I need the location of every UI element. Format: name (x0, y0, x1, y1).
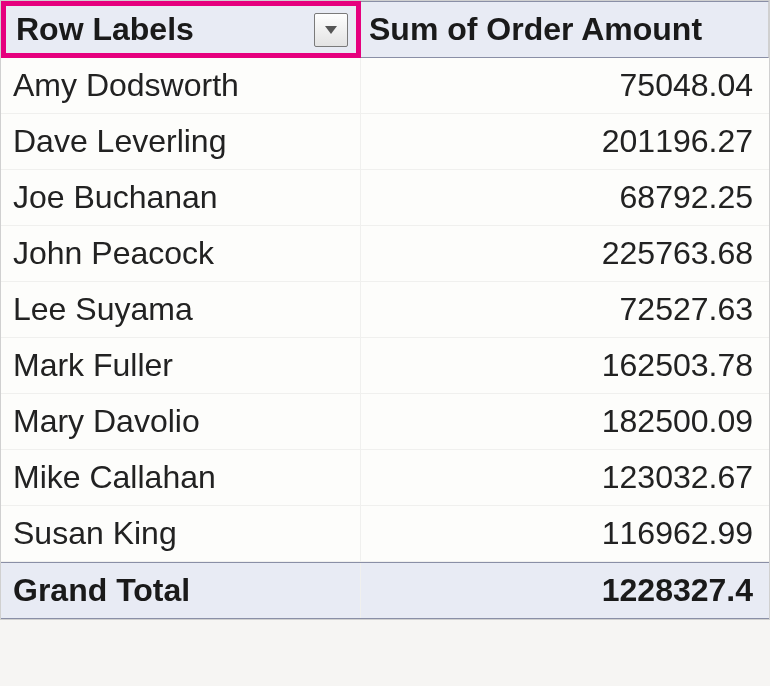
header-row: Row Labels Sum of Order Amount (1, 1, 769, 58)
table-row[interactable]: Mike Callahan 123032.67 (1, 450, 769, 506)
row-value-cell: 75048.04 (361, 58, 769, 113)
sum-col-header-cell[interactable]: Sum of Order Amount (361, 1, 769, 58)
row-name-cell: Amy Dodsworth (1, 58, 361, 113)
table-row[interactable]: Susan King 116962.99 (1, 506, 769, 562)
row-name-cell: Mary Davolio (1, 394, 361, 449)
row-name-cell: Dave Leverling (1, 114, 361, 169)
row-labels-header-cell[interactable]: Row Labels (1, 1, 361, 58)
table-row[interactable]: Joe Buchanan 68792.25 (1, 170, 769, 226)
table-row[interactable]: Mark Fuller 162503.78 (1, 338, 769, 394)
row-value-cell: 162503.78 (361, 338, 769, 393)
sum-col-header-text: Sum of Order Amount (369, 11, 702, 47)
row-name-cell: Mark Fuller (1, 338, 361, 393)
table-row[interactable]: Mary Davolio 182500.09 (1, 394, 769, 450)
row-name-cell: Susan King (1, 506, 361, 561)
row-value-cell: 72527.63 (361, 282, 769, 337)
row-labels-header-text: Row Labels (16, 11, 194, 48)
row-name-cell: Mike Callahan (1, 450, 361, 505)
row-value-cell: 201196.27 (361, 114, 769, 169)
row-name-cell: John Peacock (1, 226, 361, 281)
row-name-cell: Lee Suyama (1, 282, 361, 337)
table-row[interactable]: John Peacock 225763.68 (1, 226, 769, 282)
row-value-cell: 123032.67 (361, 450, 769, 505)
row-value-cell: 68792.25 (361, 170, 769, 225)
filter-dropdown-button[interactable] (314, 13, 348, 47)
row-name-cell: Joe Buchanan (1, 170, 361, 225)
table-row[interactable]: Dave Leverling 201196.27 (1, 114, 769, 170)
table-row[interactable]: Lee Suyama 72527.63 (1, 282, 769, 338)
grand-total-label: Grand Total (1, 563, 361, 618)
row-value-cell: 116962.99 (361, 506, 769, 561)
row-value-cell: 225763.68 (361, 226, 769, 281)
grand-total-value: 1228327.4 (361, 563, 769, 618)
svg-marker-0 (325, 26, 337, 34)
row-value-cell: 182500.09 (361, 394, 769, 449)
grand-total-row[interactable]: Grand Total 1228327.4 (1, 562, 769, 619)
pivot-table: Row Labels Sum of Order Amount Amy Dodsw… (0, 0, 770, 620)
table-row[interactable]: Amy Dodsworth 75048.04 (1, 58, 769, 114)
chevron-down-icon (324, 25, 338, 35)
